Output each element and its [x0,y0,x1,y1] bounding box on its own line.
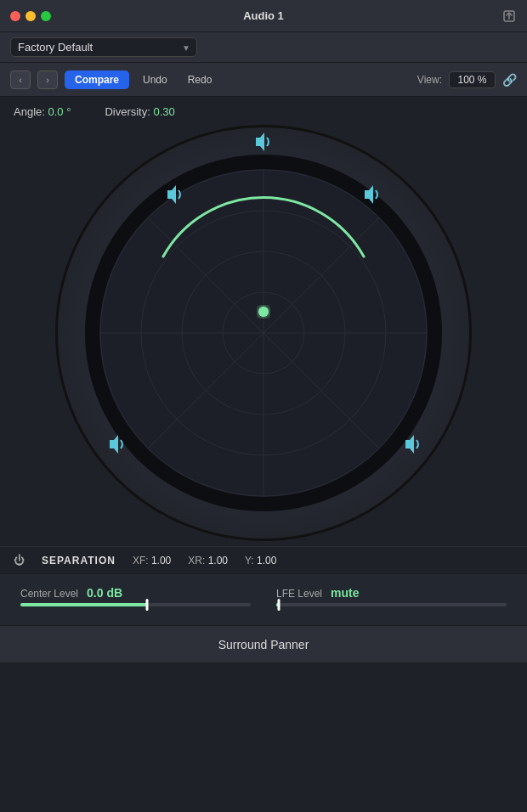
center-level-label: Center Level [20,588,78,600]
diversity-label: Diversity: [105,105,150,118]
export-icon[interactable] [502,8,517,24]
bottom-controls: Center Level 0.0 dB LFE Level mute [0,573,527,625]
diversity-param: Diversity: 0.30 [105,105,174,118]
svg-point-11 [258,307,269,317]
footer-title: Surround Panner [218,638,309,651]
angle-value: 0.0 ° [48,105,71,118]
xr-param: XR: 1.00 [188,555,228,567]
redo-button[interactable]: Redo [181,70,219,89]
y-param: Y: 1.00 [245,555,276,567]
separation-bar: ⏻ SEPARATION XF: 1.00 XR: 1.00 Y: 1.00 [0,546,527,573]
footer: Surround Panner [0,625,527,663]
center-level-header: Center Level 0.0 dB [20,586,251,600]
speaker-bottom-right[interactable] [402,432,426,456]
xr-label: XR: [188,555,205,567]
speaker-top-right[interactable] [361,183,385,206]
xr-value: 1.00 [208,555,228,567]
separation-label: SEPARATION [42,555,116,567]
angle-param: Angle: 0.0 ° [14,105,71,118]
level-row: Center Level 0.0 dB LFE Level mute [20,586,507,606]
preset-bar: Factory Default ▼ [0,32,527,63]
view-label: View: [417,74,442,86]
xf-label: XF: [133,555,149,567]
center-level-value: 0.0 dB [87,586,122,600]
lfe-level-header: LFE Level mute [276,586,507,600]
link-icon[interactable]: 🔗 [502,73,517,87]
close-button[interactable] [10,11,20,21]
power-icon[interactable]: ⏻ [14,554,25,567]
back-button[interactable]: ‹ [10,70,31,89]
lfe-level-slider[interactable] [276,603,507,606]
speaker-top-left[interactable] [164,183,188,206]
panner-svg [55,125,472,541]
compare-button[interactable]: Compare [65,70,129,89]
y-label: Y: [245,555,254,567]
preset-select[interactable]: Factory Default [10,37,197,57]
center-level-fill [20,603,147,606]
lfe-level-thumb[interactable] [277,599,280,611]
diversity-value: 0.30 [153,105,174,118]
maximize-button[interactable] [41,11,51,21]
preset-wrapper: Factory Default ▼ [10,37,197,57]
minimize-button[interactable] [26,11,36,21]
y-value: 1.00 [257,555,276,567]
center-level-slider[interactable] [20,603,251,606]
panner-visualizer[interactable] [55,125,472,541]
window-title: Audio 1 [243,9,284,22]
lfe-level-group: LFE Level mute [276,586,507,606]
speaker-top[interactable] [252,130,276,154]
traffic-lights [10,11,51,21]
panner-area: Angle: 0.0 ° Diversity: 0.30 [0,97,527,546]
angle-label: Angle: [14,105,45,118]
forward-button[interactable]: › [37,70,58,89]
lfe-level-value: mute [331,586,359,600]
lfe-level-label: LFE Level [276,588,322,600]
center-level-thumb[interactable] [146,599,149,611]
xf-value: 1.00 [151,555,171,567]
xf-param: XF: 1.00 [133,555,171,567]
title-bar: Audio 1 [0,0,527,32]
params-row: Angle: 0.0 ° Diversity: 0.30 [14,105,513,118]
undo-button[interactable]: Undo [136,70,174,89]
toolbar: ‹ › Compare Undo Redo View: 100 % 🔗 [0,63,527,97]
speaker-bottom-left[interactable] [106,432,130,456]
view-value[interactable]: 100 % [449,71,496,88]
center-level-group: Center Level 0.0 dB [20,586,251,606]
